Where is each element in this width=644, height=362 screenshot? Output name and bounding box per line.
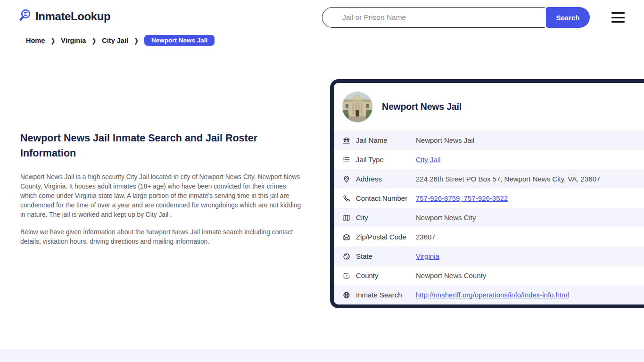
row-label: City — [356, 214, 416, 222]
secondary-paragraph: Below we have given information about th… — [20, 228, 301, 247]
row-label: Jail Name — [356, 136, 416, 144]
table-row: Contact Number 757-926-8759, 757-926-352… — [334, 189, 644, 208]
table-row: Jail Name Newport News Jail — [334, 131, 644, 150]
table-row: Inmate Search http://nnsheriff.org/opera… — [334, 285, 644, 304]
globe-icon — [342, 252, 351, 261]
row-value-link[interactable]: 757-926-8759, 757-926-3522 — [416, 194, 508, 202]
search-input[interactable] — [322, 7, 546, 28]
breadcrumb-virginia[interactable]: Virginia — [61, 37, 86, 44]
row-label: Zip/Postal Code — [356, 233, 416, 241]
row-label: State — [356, 252, 416, 260]
hamburger-menu-icon[interactable] — [611, 12, 625, 23]
jail-photo — [342, 92, 372, 122]
breadcrumb-home[interactable]: Home — [26, 37, 45, 44]
web-icon — [342, 291, 351, 299]
location-pin-icon — [342, 175, 351, 183]
jail-details-table: Jail Name Newport News Jail Jail Type Ci… — [334, 131, 644, 304]
map-icon — [342, 214, 351, 222]
phone-icon — [342, 194, 351, 203]
chevron-right-icon: ❯ — [50, 36, 55, 44]
row-value: 23607 — [416, 233, 436, 241]
row-label: Address — [356, 175, 416, 183]
table-row: Address 224 26th Street PO Box 57, Newpo… — [334, 169, 644, 189]
page-title: Newport News Jail Inmate Search and Jail… — [20, 131, 293, 161]
row-value: Newport News City — [416, 214, 476, 222]
row-value: Newport News Jail — [416, 136, 474, 144]
row-label: Contact Number — [356, 194, 416, 202]
row-value: Newport News County — [416, 272, 486, 280]
chevron-right-icon: ❯ — [91, 36, 96, 44]
row-label: Jail Type — [356, 156, 416, 164]
table-row: Jail Type City Jail — [334, 150, 644, 169]
table-row: County Newport News County — [334, 266, 644, 285]
brand-name: InmateLookup — [35, 10, 110, 23]
search-button[interactable]: Search — [546, 7, 590, 28]
table-row: City Newport News City — [334, 208, 644, 227]
brand-logo[interactable]: InmateLookup — [18, 8, 110, 25]
row-label: Inmate Search — [356, 291, 416, 299]
row-value-link[interactable]: Virginia — [416, 252, 439, 260]
jail-card-header: Newport News Jail — [334, 83, 644, 131]
page: InmateLookup Search Home ❯ Virginia ❯ Ci… — [0, 0, 644, 362]
breadcrumb-current-badge: Newport News Jail — [144, 35, 215, 46]
jail-card-title: Newport News Jail — [382, 101, 462, 112]
table-row: State Virginia — [334, 247, 644, 266]
breadcrumb-city-jail[interactable]: City Jail — [102, 37, 128, 44]
jail-info-card: Newport News Jail Jail Name Newport News… — [330, 79, 644, 308]
magnifier-logo-icon — [18, 8, 32, 25]
row-label: County — [356, 272, 416, 280]
article: Newport News Jail Inmate Search and Jail… — [20, 131, 305, 247]
list-icon — [342, 156, 351, 164]
search-bar: Search — [322, 7, 590, 28]
row-value: 224 26th Street PO Box 57, Newport News … — [416, 175, 600, 183]
footer-strip — [0, 349, 644, 362]
row-value-link[interactable]: City Jail — [416, 156, 441, 164]
row-value-link[interactable]: http://nnsheriff.org/operations/info/ind… — [416, 291, 569, 299]
table-row: Zip/Postal Code 23607 — [334, 227, 644, 247]
flag-icon — [342, 272, 351, 280]
chevron-right-icon: ❯ — [134, 36, 139, 44]
envelope-icon — [342, 233, 351, 241]
intro-paragraph: Newport News Jail is a high security Cit… — [20, 173, 301, 220]
breadcrumb: Home ❯ Virginia ❯ City Jail ❯ Newport Ne… — [26, 35, 215, 46]
bank-icon — [342, 136, 351, 145]
